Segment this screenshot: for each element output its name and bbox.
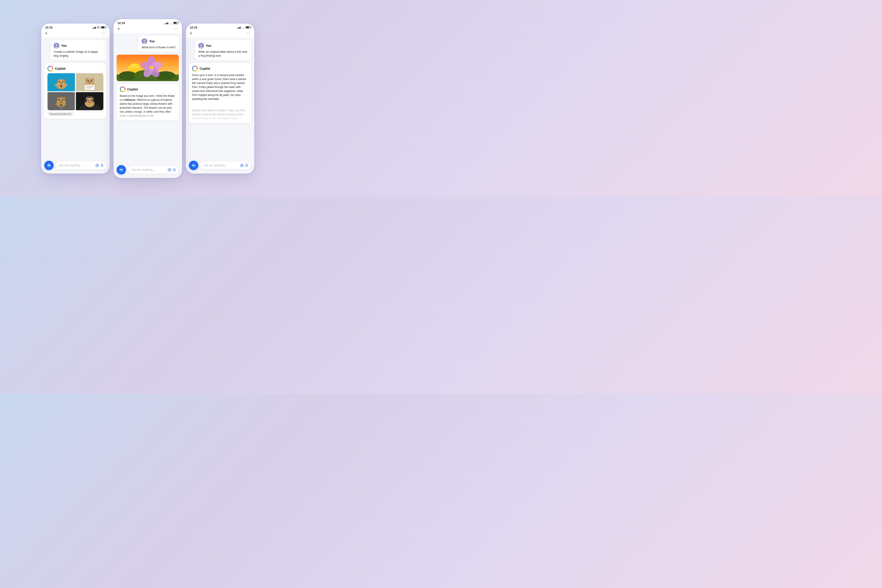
input-actions-middle xyxy=(168,168,176,171)
flower-image xyxy=(117,55,179,81)
svg-point-60 xyxy=(144,40,145,42)
input-area-right: + Ask me anything... xyxy=(186,159,254,174)
user-name-right: You xyxy=(206,44,211,47)
input-placeholder-middle: Ask me anything... xyxy=(131,168,155,171)
camera-icon-right[interactable] xyxy=(240,164,244,167)
svg-rect-85 xyxy=(174,168,175,170)
input-placeholder-right: Ask me anything... xyxy=(204,164,227,167)
status-time-right: 12:15 xyxy=(190,26,197,29)
dog-image-grid xyxy=(47,73,104,110)
svg-point-33 xyxy=(60,101,63,103)
input-actions-left xyxy=(96,164,104,167)
chat-area-left: You Create a realistic image of a happy … xyxy=(41,38,110,159)
svg-point-1 xyxy=(56,44,57,46)
svg-rect-50 xyxy=(92,100,94,102)
svg-point-96 xyxy=(241,165,243,166)
menu-icon-right[interactable]: ≡ xyxy=(190,31,192,35)
copilot-bubble-middle: Copilot Based on the image you sent, I t… xyxy=(117,84,179,120)
dog-image-2 xyxy=(76,73,104,91)
chat-button-middle[interactable]: + xyxy=(117,165,126,174)
user-name-middle: You xyxy=(149,39,154,43)
user-message-right: Write an original fable about a fish and… xyxy=(198,50,248,58)
dog-image-1 xyxy=(47,73,75,91)
svg-point-23 xyxy=(91,78,94,82)
copilot-logo-middle xyxy=(120,86,126,92)
svg-point-56 xyxy=(97,165,98,166)
signal-icon-left xyxy=(92,26,96,28)
svg-rect-97 xyxy=(246,164,248,166)
menu-icon-left[interactable]: ≡ xyxy=(45,31,47,35)
user-bubble-left: You Create a realistic image of a happy … xyxy=(51,40,106,60)
svg-point-10 xyxy=(57,79,60,82)
chat-button-right[interactable]: + xyxy=(189,161,198,170)
copilot-name-right: Copilot xyxy=(200,67,210,70)
status-icons-middle xyxy=(165,22,178,24)
svg-point-37 xyxy=(60,104,62,106)
input-area-middle: + Ask me anything... xyxy=(114,163,182,178)
more-options-right[interactable]: ··· xyxy=(246,31,250,35)
status-bar-middle: 12:15 xyxy=(114,19,182,26)
phone-middle: 12:15 ≡ ··· xyxy=(114,19,182,178)
svg-point-13 xyxy=(60,85,62,87)
input-placeholder-left: Ask me anything... xyxy=(59,164,82,167)
copilot-bubble-right: Copilot Once upon a time, in a tranquil … xyxy=(189,63,251,123)
user-message-middle: What kind of flower is this? xyxy=(141,45,176,50)
svg-point-11 xyxy=(63,79,65,82)
more-options-middle[interactable]: ··· xyxy=(174,27,178,31)
svg-point-46 xyxy=(88,101,91,102)
signal-icon-right xyxy=(237,26,241,28)
svg-point-2 xyxy=(55,46,58,48)
phone-left: 12:15 ≡ ··· xyxy=(41,24,110,174)
battery-icon-right xyxy=(245,26,250,28)
wifi-icon-middle xyxy=(169,22,172,24)
wifi-icon-left xyxy=(97,26,100,28)
input-box-left[interactable]: Ask me anything... xyxy=(56,161,106,170)
copilot-text-middle: Based on the image you sent, I think the… xyxy=(120,94,176,118)
mic-icon-middle[interactable] xyxy=(173,168,176,171)
svg-point-84 xyxy=(169,170,170,171)
svg-text:+: + xyxy=(50,166,51,167)
input-actions-right xyxy=(240,164,248,167)
phone-right: 12:15 ≡ ··· xyxy=(186,24,254,174)
camera-icon-left[interactable] xyxy=(96,164,99,167)
battery-icon-middle xyxy=(173,22,178,24)
input-box-middle[interactable]: Ask me anything... xyxy=(128,166,179,174)
copilot-fable-text: Once upon a time, in a tranquil pond nes… xyxy=(192,73,248,101)
mic-icon-right[interactable] xyxy=(245,164,248,167)
signal-icon-middle xyxy=(165,22,168,24)
user-avatar-right xyxy=(198,43,204,48)
mic-icon-left[interactable] xyxy=(101,164,104,167)
status-icons-left xyxy=(92,26,106,28)
copilot-name-left: Copilot xyxy=(55,67,66,70)
status-bar-right: 12:15 xyxy=(186,24,254,30)
user-avatar-middle xyxy=(141,38,147,44)
svg-point-35 xyxy=(63,97,66,101)
svg-point-21 xyxy=(88,82,91,83)
svg-point-88 xyxy=(200,44,202,46)
svg-rect-49 xyxy=(86,100,87,102)
svg-point-77 xyxy=(151,67,152,68)
wifi-icon-right xyxy=(242,26,244,28)
svg-point-9 xyxy=(60,82,62,84)
user-bubble-middle: You What kind of flower is this? xyxy=(138,36,179,52)
chat-area-right: You Write an original fable about a fish… xyxy=(186,38,254,159)
svg-rect-57 xyxy=(101,164,103,166)
svg-text:+: + xyxy=(122,170,123,172)
svg-rect-24 xyxy=(85,85,94,90)
copilot-logo-right xyxy=(192,66,198,71)
svg-point-65 xyxy=(119,71,137,80)
svg-text:+: + xyxy=(194,166,195,167)
camera-icon-middle[interactable] xyxy=(168,168,171,171)
phones-container: 12:15 ≡ ··· xyxy=(41,19,254,178)
status-time-middle: 12:15 xyxy=(117,21,125,25)
more-options-left[interactable]: ··· xyxy=(101,31,106,35)
chat-button-left[interactable]: + xyxy=(44,161,54,170)
menu-icon-middle[interactable]: ≡ xyxy=(117,27,120,31)
svg-point-61 xyxy=(143,42,146,44)
flower-image-container xyxy=(117,55,179,81)
nav-bar-left: ≡ ··· xyxy=(41,30,110,38)
dog-image-4 xyxy=(76,92,104,110)
copilot-logo-left xyxy=(47,66,53,71)
input-box-right[interactable]: Ask me anything... xyxy=(200,161,251,170)
copilot-bubble-left: Copilot xyxy=(44,63,106,119)
